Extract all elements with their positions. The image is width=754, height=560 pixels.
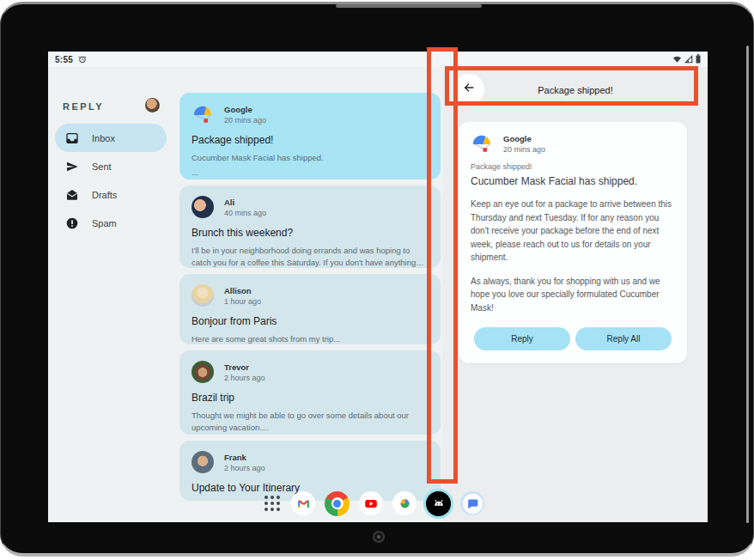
messages-icon[interactable] bbox=[460, 491, 484, 515]
messages-bubble bbox=[463, 494, 483, 514]
email-sender: Frank bbox=[224, 453, 265, 462]
email-list-item-allison[interactable]: Allison 1 hour ago Bonjour from Paris He… bbox=[179, 274, 441, 344]
sidebar-item-sent[interactable]: Sent bbox=[55, 152, 167, 180]
cellular-signal-icon bbox=[684, 52, 693, 67]
email-time: 1 hour ago bbox=[224, 297, 261, 306]
google-avatar bbox=[471, 132, 493, 155]
inbox-icon bbox=[65, 131, 79, 145]
sidebar-item-label: Sent bbox=[92, 161, 112, 172]
trevor-avatar bbox=[192, 361, 214, 383]
reply-button[interactable]: Reply bbox=[474, 327, 570, 350]
email-sender: Allison bbox=[224, 286, 261, 295]
sidebar-nav: Inbox Sent Drafts bbox=[55, 124, 167, 237]
gmail-icon[interactable] bbox=[291, 491, 315, 515]
profile-avatar[interactable] bbox=[145, 98, 160, 113]
app-grid-button[interactable] bbox=[263, 494, 282, 513]
status-bar: 5:55 bbox=[48, 52, 708, 67]
frank-avatar bbox=[192, 451, 214, 473]
detail-body-paragraph: Keep an eye out for a package to arrive … bbox=[471, 198, 675, 265]
email-sender: Trevor bbox=[224, 362, 265, 372]
email-list-item-google[interactable]: Google 20 mins ago Package shipped! Cucu… bbox=[179, 93, 441, 180]
status-time: 5:55 bbox=[55, 55, 73, 64]
email-subject: Brazil trip bbox=[192, 392, 429, 404]
email-preview-ellipsis: ... bbox=[192, 167, 429, 179]
email-preview: Cucumber Mask Facial has shipped. bbox=[192, 152, 429, 164]
detail-headline: Cucumber Mask Facial has shipped. bbox=[471, 175, 675, 187]
app-title: REPLY bbox=[63, 101, 104, 112]
tablet-frame: 5:55 REPLY bbox=[0, 2, 754, 557]
allison-avatar bbox=[192, 284, 214, 307]
google-avatar bbox=[192, 103, 214, 125]
chrome-icon[interactable] bbox=[325, 491, 350, 516]
email-preview: Thought we might be able to go over some… bbox=[192, 410, 429, 434]
email-sender: Ali bbox=[224, 198, 266, 207]
mail-list-pane: REPLY Inbox Sent bbox=[48, 67, 443, 522]
send-icon bbox=[65, 160, 79, 173]
youtube-icon[interactable] bbox=[359, 491, 383, 515]
email-preview: I'll be in your neighborhood doing erran… bbox=[192, 245, 429, 268]
reply-all-button[interactable]: Reply All bbox=[575, 327, 672, 350]
front-camera bbox=[373, 531, 385, 543]
sidebar-item-label: Spam bbox=[92, 218, 117, 228]
email-preview: Here are some great shots from my trip..… bbox=[192, 333, 429, 344]
battery-icon bbox=[696, 52, 701, 67]
email-sender: Google bbox=[224, 105, 266, 114]
sidebar-item-label: Inbox bbox=[92, 133, 115, 143]
email-subject: Package shipped! bbox=[192, 134, 429, 146]
email-list-item-ali[interactable]: Ali 40 mins ago Brunch this weekend? I'l… bbox=[179, 186, 441, 268]
ali-avatar bbox=[192, 196, 214, 218]
email-time: 2 hours ago bbox=[224, 374, 265, 382]
android-screen: 5:55 REPLY bbox=[48, 52, 708, 522]
email-list-item-trevor[interactable]: Trevor 2 hours ago Brazil trip Thought w… bbox=[179, 350, 441, 435]
detail-time: 20 mins ago bbox=[503, 145, 545, 154]
sidebar-item-spam[interactable]: Spam bbox=[55, 209, 167, 237]
drafts-icon bbox=[65, 188, 79, 202]
email-time: 40 mins ago bbox=[224, 209, 266, 217]
detail-subject-label: Package shipped! bbox=[471, 162, 675, 171]
email-subject: Bonjour from Paris bbox=[192, 315, 429, 327]
email-detail-card: Google 20 mins ago Package shipped! Cucu… bbox=[459, 122, 687, 363]
sidebar-item-inbox[interactable]: Inbox bbox=[55, 124, 167, 152]
email-detail-pane: Package shipped! Google 20 mins ago Pack… bbox=[443, 67, 708, 522]
reply-app-icon[interactable] bbox=[426, 491, 451, 516]
google-photos-icon[interactable] bbox=[392, 491, 417, 515]
device-edge bbox=[746, 46, 749, 523]
sidebar-item-label: Drafts bbox=[92, 190, 117, 200]
taskbar bbox=[263, 485, 484, 521]
alarm-clock-icon bbox=[78, 55, 87, 64]
detail-header-title: Package shipped! bbox=[443, 85, 708, 95]
sidebar-item-drafts[interactable]: Drafts bbox=[55, 180, 167, 209]
wifi-icon bbox=[672, 52, 682, 67]
email-time: 20 mins ago bbox=[224, 116, 266, 125]
email-time: 2 hours ago bbox=[224, 464, 265, 472]
detail-body-paragraph: As always, thank you for shopping with u… bbox=[471, 275, 675, 315]
spam-icon bbox=[65, 216, 79, 230]
email-subject: Brunch this weekend? bbox=[192, 227, 429, 239]
volume-button bbox=[336, 4, 482, 8]
detail-sender: Google bbox=[503, 134, 545, 143]
